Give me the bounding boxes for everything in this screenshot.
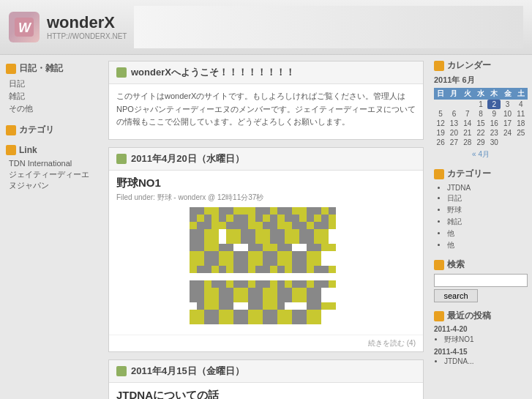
svg-rect-93 [299, 266, 307, 273]
cal-th-wed: 水 [474, 88, 487, 100]
cat-item-4: 他 [447, 228, 528, 239]
svg-rect-7 [226, 207, 233, 215]
svg-rect-167 [307, 310, 321, 324]
svg-rect-6 [219, 207, 226, 215]
svg-rect-152 [219, 288, 233, 302]
svg-rect-2 [190, 207, 197, 215]
svg-rect-47 [226, 222, 233, 229]
svg-rect-114 [307, 280, 314, 288]
svg-rect-43 [197, 222, 204, 229]
recent-section: 最近の投稿 2011-4-20 野球NO1 2011-4-15 JTDNA... [434, 310, 528, 365]
svg-rect-83 [226, 266, 233, 273]
svg-rect-62 [190, 244, 197, 251]
svg-rect-44 [204, 222, 211, 229]
svg-rect-131 [329, 302, 336, 310]
diary-icon [6, 64, 16, 74]
svg-rect-40 [321, 215, 329, 222]
svg-rect-139 [299, 229, 314, 244]
cal-nav-prev[interactable]: « 4月 [434, 147, 528, 160]
post2-title: JTDNAについての話 [116, 389, 416, 399]
cal-th-sun: 日 [434, 88, 447, 100]
left-section-link-title: Link [6, 145, 97, 155]
svg-rect-109 [270, 280, 277, 288]
sidebar-link-misc[interactable]: 雑記 [9, 90, 97, 102]
intro-card-header: wonderXへようこそ！！！！！！！！ [109, 61, 423, 84]
svg-rect-140 [314, 229, 329, 244]
post1-footer[interactable]: 続きを読む (4) [109, 335, 423, 351]
svg-rect-33 [270, 215, 277, 222]
svg-rect-79 [197, 266, 204, 273]
svg-rect-8 [233, 207, 241, 215]
search-box: search [434, 274, 528, 302]
cal-week-1: 1 2 3 4 [434, 100, 528, 109]
svg-rect-154 [248, 288, 263, 302]
svg-rect-137 [270, 229, 285, 244]
search-section: 検索 search [434, 258, 528, 302]
cal-today: 2 [487, 100, 501, 109]
sidebar-link-jtdn-japan[interactable]: ジェイティーディーエヌジャパン [9, 168, 97, 192]
post1-body: 野球NO1 Filed under: 野球 - wonderx @ 12時11分… [109, 171, 423, 335]
calendar-title: カレンダー [434, 59, 528, 72]
svg-rect-107 [255, 280, 263, 288]
svg-rect-57 [299, 222, 307, 229]
svg-rect-88 [263, 266, 270, 273]
svg-rect-123 [248, 302, 255, 310]
svg-rect-10 [248, 207, 255, 215]
svg-rect-68 [248, 244, 255, 251]
svg-rect-5 [211, 207, 219, 215]
svg-rect-108 [263, 280, 270, 288]
svg-rect-110 [277, 280, 285, 288]
sidebar-link-tdn[interactable]: TDN International [9, 158, 97, 168]
svg-rect-69 [255, 244, 263, 251]
site-info: wonderX HTTP://WONDERX.NET [47, 15, 127, 40]
svg-rect-19 [314, 207, 321, 215]
categories-title: カテゴリー [434, 168, 528, 180]
svg-rect-151 [204, 288, 219, 302]
intro-card-body: このサイトはwonderXのサイトです。もしよろしければご覧ください。管理人はN… [109, 84, 423, 139]
svg-rect-17 [299, 207, 307, 215]
svg-rect-145 [248, 251, 263, 266]
post1-meta: Filed under: 野球 - wonderx @ 12時11分37秒 [116, 193, 416, 203]
svg-rect-133 [204, 229, 219, 244]
site-logo: W [9, 12, 40, 42]
svg-rect-18 [307, 207, 314, 215]
sidebar-link-diary[interactable]: 日記 [9, 78, 97, 90]
svg-rect-64 [204, 244, 211, 251]
intro-card-title: wonderXへようこそ！！！！！！！！ [131, 66, 295, 79]
svg-rect-39 [314, 215, 321, 222]
search-input[interactable] [434, 274, 528, 287]
svg-rect-105 [241, 280, 248, 288]
svg-rect-9 [241, 207, 248, 215]
post1-header-title: 2011年4月20日（水曜日） [131, 152, 244, 165]
svg-rect-42 [190, 222, 197, 229]
svg-rect-75 [314, 244, 321, 251]
sidebar-link-other[interactable]: その他 [9, 102, 97, 115]
intro-card: wonderXへようこそ！！！！！！！！ このサイトはwonderXのサイトです… [108, 61, 424, 140]
svg-rect-86 [248, 266, 255, 273]
svg-rect-120 [211, 302, 219, 310]
svg-rect-15 [285, 207, 292, 215]
svg-rect-98 [190, 280, 197, 288]
svg-rect-126 [270, 302, 277, 310]
svg-rect-85 [241, 266, 248, 273]
svg-rect-28 [233, 215, 241, 222]
svg-rect-48 [233, 222, 241, 229]
post2-header: 2011年4月15日（金曜日） [109, 360, 423, 383]
post1-header-icon [116, 154, 127, 164]
svg-rect-101 [211, 280, 219, 288]
recent-list-2: JTDNA... [434, 357, 528, 365]
post-card-1: 2011年4月20日（水曜日） 野球NO1 Filed under: 野球 - … [108, 147, 424, 352]
svg-rect-45 [211, 222, 219, 229]
svg-rect-95 [314, 266, 321, 273]
cat-item-0: JTDNA [447, 183, 528, 193]
categories-icon [434, 169, 444, 179]
svg-rect-56 [292, 222, 299, 229]
svg-rect-99 [197, 280, 204, 288]
post1-header: 2011年4月20日（水曜日） [109, 148, 423, 171]
svg-rect-102 [219, 280, 226, 288]
svg-rect-141 [190, 251, 204, 266]
post2-body: JTDNAについての話 Filed under: JTDNA - wonderx… [109, 383, 423, 399]
search-button[interactable]: search [434, 289, 478, 302]
svg-rect-163 [248, 310, 263, 324]
svg-rect-34 [277, 215, 285, 222]
